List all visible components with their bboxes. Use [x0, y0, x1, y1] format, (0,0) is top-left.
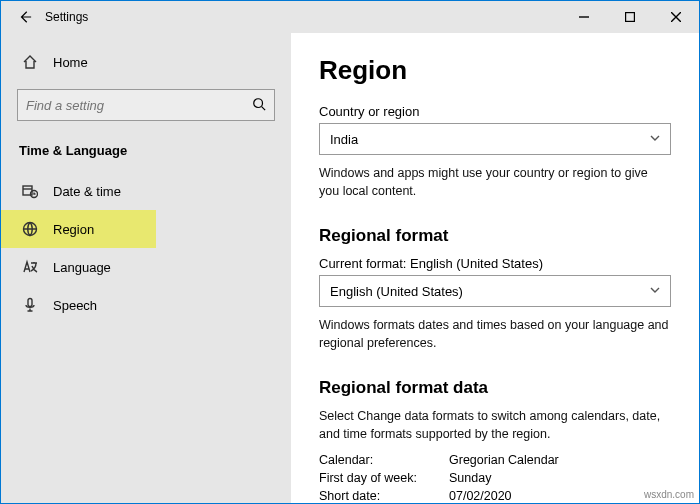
- regional-format-data-description: Select Change data formats to switch amo…: [319, 408, 671, 443]
- minimize-button[interactable]: [561, 1, 607, 33]
- search-box[interactable]: [17, 89, 275, 121]
- format-key: First day of week:: [319, 471, 449, 485]
- calendar-clock-icon: [21, 182, 39, 200]
- svg-rect-0: [626, 13, 635, 22]
- regional-format-value: English (United States): [330, 284, 463, 299]
- maximize-icon: [625, 12, 635, 22]
- regional-format-heading: Regional format: [319, 226, 671, 246]
- regional-format-description: Windows formats dates and times based on…: [319, 317, 671, 352]
- window-titlebar: Settings: [1, 1, 699, 33]
- home-icon: [21, 53, 39, 71]
- search-input[interactable]: [26, 98, 252, 113]
- maximize-button[interactable]: [607, 1, 653, 33]
- sidebar-item-label: Home: [53, 55, 88, 70]
- format-key: Short date:: [319, 489, 449, 503]
- chevron-down-icon: [650, 133, 660, 145]
- sidebar-item-language[interactable]: Language: [1, 248, 291, 286]
- sidebar-section-label: Time & Language: [1, 137, 291, 172]
- page-title: Region: [319, 55, 671, 86]
- svg-rect-5: [28, 299, 32, 307]
- format-value: Sunday: [449, 471, 491, 485]
- country-value: India: [330, 132, 358, 147]
- watermark: wsxdn.com: [644, 489, 694, 500]
- sidebar-item-label: Region: [53, 222, 94, 237]
- sidebar-item-label: Language: [53, 260, 111, 275]
- minimize-icon: [579, 12, 589, 22]
- chevron-down-icon: [650, 285, 660, 297]
- sidebar-item-label: Speech: [53, 298, 97, 313]
- language-icon: [21, 258, 39, 276]
- country-description: Windows and apps might use your country …: [319, 165, 671, 200]
- format-value: 07/02/2020: [449, 489, 512, 503]
- sidebar-item-date-time[interactable]: Date & time: [1, 172, 291, 210]
- svg-point-1: [254, 98, 263, 107]
- sidebar: Home Time & Language Date & time Region: [1, 33, 291, 503]
- country-dropdown[interactable]: India: [319, 123, 671, 155]
- close-icon: [671, 12, 681, 22]
- regional-format-dropdown[interactable]: English (United States): [319, 275, 671, 307]
- format-key: Calendar:: [319, 453, 449, 467]
- current-format-label: Current format: English (United States): [319, 256, 671, 271]
- window-title: Settings: [45, 10, 88, 24]
- arrow-left-icon: [18, 10, 32, 24]
- search-icon: [252, 97, 266, 114]
- globe-icon: [21, 220, 39, 238]
- format-value: Gregorian Calendar: [449, 453, 559, 467]
- back-button[interactable]: [11, 10, 39, 24]
- format-row: Short date: 07/02/2020: [319, 489, 671, 503]
- regional-format-data-heading: Regional format data: [319, 378, 671, 398]
- sidebar-item-label: Date & time: [53, 184, 121, 199]
- sidebar-item-home[interactable]: Home: [1, 43, 291, 81]
- microphone-icon: [21, 296, 39, 314]
- close-button[interactable]: [653, 1, 699, 33]
- format-row: Calendar: Gregorian Calendar: [319, 453, 671, 467]
- format-row: First day of week: Sunday: [319, 471, 671, 485]
- main-content: Region Country or region India Windows a…: [291, 33, 699, 503]
- country-label: Country or region: [319, 104, 671, 119]
- sidebar-item-speech[interactable]: Speech: [1, 286, 291, 324]
- sidebar-item-region[interactable]: Region: [1, 210, 156, 248]
